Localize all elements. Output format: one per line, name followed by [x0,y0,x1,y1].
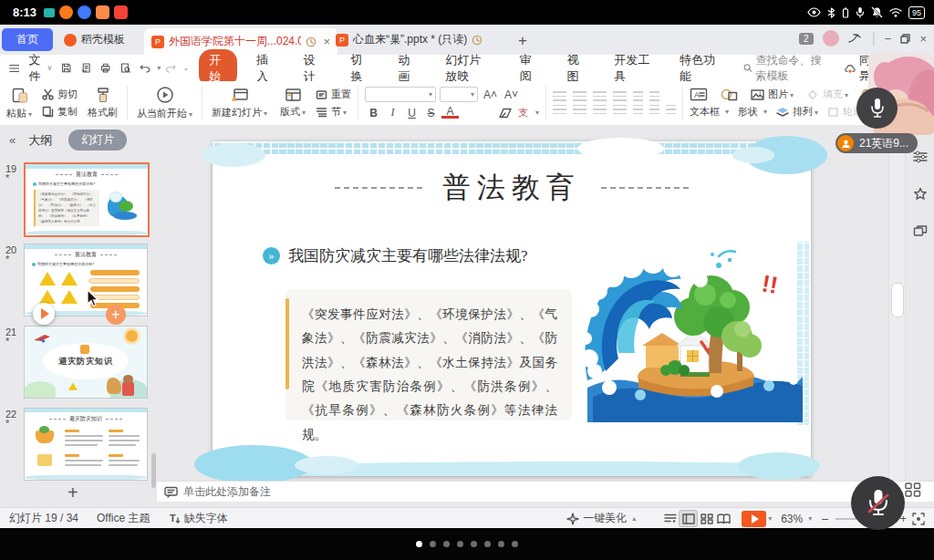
fit-slide-button[interactable] [912,513,925,525]
command-search[interactable]: 查找命令、搜索模板 [743,53,830,84]
sidebar-scrollbar[interactable] [151,453,156,488]
increase-font-button[interactable]: A˄ [482,88,499,101]
undo-icon[interactable] [140,62,150,74]
text-tool-button[interactable]: 支 [514,106,532,119]
notes-bar[interactable]: 单击此处添加备注 [157,481,934,502]
text-direction-icon[interactable] [633,91,643,101]
document-scrollbar[interactable] [888,125,905,507]
slideshow-play-button[interactable] [742,511,766,527]
format-painter-button[interactable]: 格式刷 [81,81,124,125]
cut-button[interactable]: 剪切 [42,88,78,101]
print-icon[interactable] [100,61,110,75]
ribbon-toolbar: 粘贴▾ 剪切 复制 格式刷 从当前开始▾ 新建幻灯片▾ 版式▾ [0,81,934,126]
minimize-button[interactable]: − [885,32,892,46]
tab-home[interactable]: 首页 [2,28,53,51]
zoom-out-button[interactable]: − [821,512,828,526]
meeting-user-badge[interactable]: 21英语9... [835,133,918,153]
arrange-button[interactable]: 排列▾ [776,105,818,119]
line-spacing-icon[interactable] [649,91,659,101]
hamburger-menu-icon[interactable] [9,63,19,74]
font-color-button[interactable]: A [441,107,459,119]
tab-document-2[interactable]: P 心血来“巢”.pptx * (只读) [328,28,516,51]
promote-icon[interactable] [848,33,863,44]
decrease-indent-icon[interactable] [593,91,607,101]
document-scrollbar-thumb[interactable] [891,283,904,317]
reset-slide-button[interactable]: 重置 [316,88,351,101]
numbered-list-icon[interactable] [573,91,586,101]
section-button[interactable]: 节▾ [316,105,351,119]
italic-button[interactable]: I [384,106,401,119]
strikethrough-button[interactable]: S [422,107,440,119]
bullet-list-icon[interactable] [553,91,566,101]
slide-title-block[interactable]: 普法教育 [213,169,811,207]
align-right-icon[interactable] [593,105,607,115]
close-window-button[interactable]: × [919,32,927,46]
slide-sorter-view-button[interactable] [698,511,715,526]
underline-button[interactable]: U [403,107,420,119]
normal-view-button[interactable] [679,510,698,527]
file-menu[interactable]: 文件∨ [28,52,52,85]
align-center-icon[interactable] [573,105,586,115]
maximize-button[interactable] [900,34,910,44]
history-icon[interactable] [306,36,317,47]
account-avatar[interactable] [823,30,839,47]
play-options-caret[interactable]: ▾ [768,514,772,523]
history-icon[interactable] [472,35,483,46]
distribute-icon[interactable] [633,105,643,115]
fill-icon [806,89,819,100]
reading-view-button[interactable] [715,511,732,526]
textbox-big-icon[interactable]: A [690,88,708,101]
new-slide-button[interactable]: 新建幻灯片▾ [205,81,274,125]
collapse-panel-icon[interactable]: « [9,133,16,147]
font-size-combo[interactable]: ▾ [440,87,478,102]
paste-button[interactable]: 粘贴▾ [0,81,38,125]
slide-question[interactable]: » 我国防灾减灾主要有哪些法律法规? [263,245,528,266]
slides-tab[interactable]: 幻灯片 [68,130,127,150]
smart-features-star-icon[interactable] [913,187,928,201]
properties-sliders-icon[interactable] [913,150,928,163]
notes-view-button[interactable] [661,511,679,526]
missing-font-warning[interactable]: T 缺失字体 [169,511,228,526]
export-pdf-icon[interactable] [81,61,91,75]
add-slide-button[interactable]: + [67,482,78,503]
fill-button[interactable]: 填充▾ [806,88,848,101]
outline-tab[interactable]: 大纲 [28,132,52,149]
columns-icon[interactable] [649,105,659,115]
thumbnail-play-button[interactable] [33,303,55,325]
print-preview-icon[interactable] [120,61,130,75]
justify-icon[interactable] [613,105,627,115]
slide-19-thumbnail[interactable]: 普法教育 我国防灾减灾主要有哪些法律法规? 《突发事件应对法》、《环境保护法》、… [24,162,150,237]
tab-template-store[interactable]: 稻壳模板 [57,28,132,51]
slides-panel-icon[interactable] [913,224,928,237]
play-from-current-button[interactable]: 从当前开始▾ [130,81,199,125]
textbox-button[interactable]: 文本框▾ [690,105,729,119]
copy-button[interactable]: 复制 [42,105,78,119]
mic-toolbar-button[interactable] [856,88,898,129]
font-family-combo[interactable]: ▾ [365,87,436,102]
picture-button[interactable]: 图片▾ [751,88,794,101]
bold-button[interactable]: B [365,107,382,119]
quickbar-customize[interactable]: ⌄ [182,64,189,72]
save-icon[interactable] [61,61,71,75]
clear-format-icon[interactable] [499,108,513,119]
decrease-font-button[interactable]: A˅ [503,88,520,101]
tab-count-badge[interactable]: 2 [799,33,814,45]
slide-22-thumbnail[interactable]: 避灾防灾知识 [24,408,148,481]
shapes-big-icon[interactable] [721,88,738,101]
undo-dropdown[interactable]: ▾ [157,64,161,72]
shapes-button[interactable]: 形状▾ [738,105,767,119]
slide-21-thumbnail[interactable]: 避灾防灾知识 [24,326,148,399]
redo-icon[interactable] [165,62,176,74]
slide-body-textbox[interactable]: 《突发事件应对法》、《环境保护法》、《气象法》、《防震减灾法》、《消防法》、《防… [285,289,572,420]
mic-muted-button[interactable] [851,476,905,530]
beautify-button[interactable]: 一键美化▴ [566,511,636,526]
slide-canvas[interactable]: 普法教育 » 我国防灾减灾主要有哪些法律法规? 《突发事件应对法》、《环境保护法… [213,141,811,476]
apps-grid-icon[interactable] [905,482,921,497]
new-tab-button[interactable]: + [518,32,527,50]
paragraph-more-icon[interactable] [666,105,676,115]
slide-layout-button[interactable]: 版式▾ [274,81,312,125]
zoom-level[interactable]: 63%▾ [781,513,812,525]
align-left-icon[interactable] [553,105,566,115]
increase-indent-icon[interactable] [613,91,627,101]
thumbnail-add-button[interactable]: + [106,305,126,325]
